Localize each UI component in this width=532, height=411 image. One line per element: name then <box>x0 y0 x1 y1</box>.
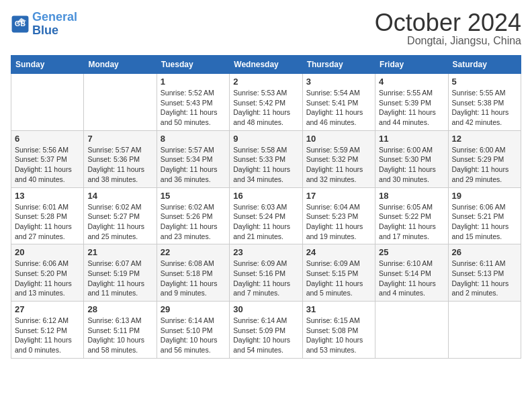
day-info: Sunrise: 6:03 AM Sunset: 5:24 PM Dayligh… <box>233 202 298 242</box>
day-number: 31 <box>306 304 371 314</box>
logo-icon: GB <box>11 15 30 34</box>
day-number: 14 <box>87 191 152 201</box>
day-number: 22 <box>161 247 226 257</box>
col-header-sunday: Sunday <box>11 56 84 74</box>
day-number: 2 <box>233 77 298 87</box>
day-number: 11 <box>379 134 444 144</box>
week-row-1: 1Sunrise: 5:52 AM Sunset: 5:43 PM Daylig… <box>11 74 521 131</box>
day-cell: 5Sunrise: 5:55 AM Sunset: 5:38 PM Daylig… <box>448 74 521 131</box>
day-cell: 4Sunrise: 5:55 AM Sunset: 5:39 PM Daylig… <box>375 74 448 131</box>
day-cell: 22Sunrise: 6:08 AM Sunset: 5:18 PM Dayli… <box>157 244 229 302</box>
day-cell: 28Sunrise: 6:13 AM Sunset: 5:11 PM Dayli… <box>84 302 157 359</box>
day-info: Sunrise: 6:11 AM Sunset: 5:13 PM Dayligh… <box>452 259 517 298</box>
day-cell: 13Sunrise: 6:01 AM Sunset: 5:28 PM Dayli… <box>11 187 84 244</box>
day-info: Sunrise: 6:07 AM Sunset: 5:19 PM Dayligh… <box>87 259 152 298</box>
day-cell <box>84 74 157 131</box>
week-row-2: 6Sunrise: 5:56 AM Sunset: 5:37 PM Daylig… <box>11 130 521 187</box>
day-number: 16 <box>233 191 298 201</box>
day-cell: 17Sunrise: 6:04 AM Sunset: 5:23 PM Dayli… <box>302 187 375 244</box>
day-cell: 3Sunrise: 5:54 AM Sunset: 5:41 PM Daylig… <box>302 74 375 131</box>
day-info: Sunrise: 6:06 AM Sunset: 5:21 PM Dayligh… <box>452 202 517 242</box>
day-info: Sunrise: 6:01 AM Sunset: 5:28 PM Dayligh… <box>15 202 80 242</box>
day-cell: 21Sunrise: 6:07 AM Sunset: 5:19 PM Dayli… <box>84 244 157 302</box>
day-info: Sunrise: 6:14 AM Sunset: 5:10 PM Dayligh… <box>161 316 226 355</box>
day-number: 18 <box>379 191 444 201</box>
day-number: 26 <box>452 247 517 257</box>
day-info: Sunrise: 6:05 AM Sunset: 5:22 PM Dayligh… <box>379 202 444 242</box>
day-cell: 11Sunrise: 6:00 AM Sunset: 5:30 PM Dayli… <box>375 130 448 187</box>
day-number: 29 <box>161 304 226 314</box>
day-info: Sunrise: 6:02 AM Sunset: 5:26 PM Dayligh… <box>161 202 226 242</box>
day-cell: 31Sunrise: 6:15 AM Sunset: 5:08 PM Dayli… <box>302 302 375 359</box>
day-cell: 19Sunrise: 6:06 AM Sunset: 5:21 PM Dayli… <box>448 187 521 244</box>
day-number: 21 <box>87 247 152 257</box>
day-cell <box>375 302 448 359</box>
day-number: 5 <box>452 77 517 87</box>
day-info: Sunrise: 6:09 AM Sunset: 5:16 PM Dayligh… <box>233 259 298 298</box>
day-info: Sunrise: 6:13 AM Sunset: 5:11 PM Dayligh… <box>87 316 152 355</box>
page-header: GB General Blue October 2024 Dongtai, Ji… <box>11 11 521 47</box>
day-info: Sunrise: 6:14 AM Sunset: 5:09 PM Dayligh… <box>233 316 298 355</box>
col-header-thursday: Thursday <box>302 56 375 74</box>
day-number: 6 <box>15 134 80 144</box>
day-cell: 10Sunrise: 5:59 AM Sunset: 5:32 PM Dayli… <box>302 130 375 187</box>
day-number: 17 <box>306 191 371 201</box>
day-cell: 2Sunrise: 5:53 AM Sunset: 5:42 PM Daylig… <box>230 74 302 131</box>
day-cell: 26Sunrise: 6:11 AM Sunset: 5:13 PM Dayli… <box>448 244 521 302</box>
day-info: Sunrise: 5:55 AM Sunset: 5:39 PM Dayligh… <box>379 88 444 128</box>
day-cell: 30Sunrise: 6:14 AM Sunset: 5:09 PM Dayli… <box>230 302 302 359</box>
day-info: Sunrise: 5:57 AM Sunset: 5:34 PM Dayligh… <box>161 145 226 185</box>
logo: GB General Blue <box>11 11 77 38</box>
week-row-5: 27Sunrise: 6:12 AM Sunset: 5:12 PM Dayli… <box>11 302 521 359</box>
day-cell <box>11 74 84 131</box>
day-cell: 6Sunrise: 5:56 AM Sunset: 5:37 PM Daylig… <box>11 130 84 187</box>
day-number: 23 <box>233 247 298 257</box>
day-cell: 7Sunrise: 5:57 AM Sunset: 5:36 PM Daylig… <box>84 130 157 187</box>
day-info: Sunrise: 5:53 AM Sunset: 5:42 PM Dayligh… <box>233 88 298 128</box>
day-number: 3 <box>306 77 371 87</box>
day-info: Sunrise: 6:00 AM Sunset: 5:29 PM Dayligh… <box>452 145 517 185</box>
location: Dongtai, Jiangsu, China <box>375 35 521 47</box>
day-cell: 14Sunrise: 6:02 AM Sunset: 5:27 PM Dayli… <box>84 187 157 244</box>
day-number: 28 <box>87 304 152 314</box>
day-number: 12 <box>452 134 517 144</box>
month-title: October 2024 <box>375 11 521 35</box>
day-cell: 15Sunrise: 6:02 AM Sunset: 5:26 PM Dayli… <box>157 187 229 244</box>
day-info: Sunrise: 6:08 AM Sunset: 5:18 PM Dayligh… <box>161 259 226 298</box>
col-header-wednesday: Wednesday <box>230 56 302 74</box>
day-cell <box>448 302 521 359</box>
day-info: Sunrise: 5:57 AM Sunset: 5:36 PM Dayligh… <box>87 145 152 185</box>
week-row-4: 20Sunrise: 6:06 AM Sunset: 5:20 PM Dayli… <box>11 244 521 302</box>
day-cell: 8Sunrise: 5:57 AM Sunset: 5:34 PM Daylig… <box>157 130 229 187</box>
day-info: Sunrise: 5:54 AM Sunset: 5:41 PM Dayligh… <box>306 88 371 128</box>
day-info: Sunrise: 6:10 AM Sunset: 5:14 PM Dayligh… <box>379 259 444 298</box>
day-number: 13 <box>15 191 80 201</box>
day-info: Sunrise: 6:09 AM Sunset: 5:15 PM Dayligh… <box>306 259 371 298</box>
day-number: 8 <box>161 134 226 144</box>
day-number: 24 <box>306 247 371 257</box>
day-info: Sunrise: 5:58 AM Sunset: 5:33 PM Dayligh… <box>233 145 298 185</box>
day-number: 25 <box>379 247 444 257</box>
day-info: Sunrise: 6:02 AM Sunset: 5:27 PM Dayligh… <box>87 202 152 242</box>
day-number: 27 <box>15 304 80 314</box>
day-number: 19 <box>452 191 517 201</box>
calendar-table: SundayMondayTuesdayWednesdayThursdayFrid… <box>11 55 521 359</box>
col-header-monday: Monday <box>84 56 157 74</box>
day-info: Sunrise: 5:52 AM Sunset: 5:43 PM Dayligh… <box>161 88 226 128</box>
day-cell: 24Sunrise: 6:09 AM Sunset: 5:15 PM Dayli… <box>302 244 375 302</box>
day-cell: 23Sunrise: 6:09 AM Sunset: 5:16 PM Dayli… <box>230 244 302 302</box>
day-number: 1 <box>161 77 226 87</box>
day-number: 7 <box>87 134 152 144</box>
day-info: Sunrise: 6:04 AM Sunset: 5:23 PM Dayligh… <box>306 202 371 242</box>
day-number: 9 <box>233 134 298 144</box>
day-number: 20 <box>15 247 80 257</box>
day-number: 10 <box>306 134 371 144</box>
day-number: 4 <box>379 77 444 87</box>
day-info: Sunrise: 6:15 AM Sunset: 5:08 PM Dayligh… <box>306 316 371 355</box>
day-cell: 1Sunrise: 5:52 AM Sunset: 5:43 PM Daylig… <box>157 74 229 131</box>
day-cell: 29Sunrise: 6:14 AM Sunset: 5:10 PM Dayli… <box>157 302 229 359</box>
day-cell: 16Sunrise: 6:03 AM Sunset: 5:24 PM Dayli… <box>230 187 302 244</box>
day-info: Sunrise: 5:55 AM Sunset: 5:38 PM Dayligh… <box>452 88 517 128</box>
day-cell: 25Sunrise: 6:10 AM Sunset: 5:14 PM Dayli… <box>375 244 448 302</box>
header-row: SundayMondayTuesdayWednesdayThursdayFrid… <box>11 56 521 74</box>
